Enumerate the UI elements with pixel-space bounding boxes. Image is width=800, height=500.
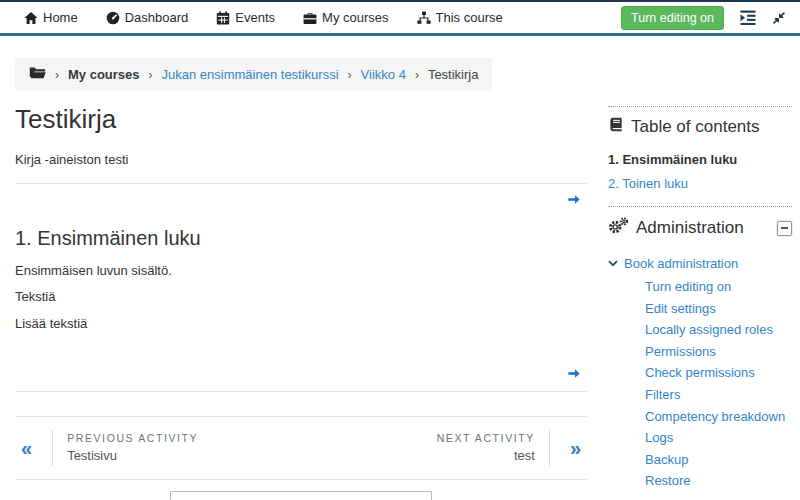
nav-events-label: Events (235, 10, 275, 25)
admin-item-restore[interactable]: Restore (645, 473, 691, 488)
nav-home-label: Home (43, 10, 78, 25)
administration-title: Administration (636, 218, 744, 238)
activity-navigation: « PREVIOUS ACTIVITY Testisivu NEXT ACTIV… (15, 416, 587, 480)
breadcrumb-current: Testikirja (428, 67, 479, 82)
admin-item-competency-breakdown[interactable]: Competency breakdown (645, 409, 785, 424)
toc-header: Table of contents (608, 107, 792, 150)
nav-dashboard[interactable]: Dashboard (92, 10, 203, 25)
briefcase-icon (303, 11, 317, 25)
breadcrumb-separator: › (415, 68, 419, 82)
turn-editing-on-button[interactable]: Turn editing on (621, 6, 724, 30)
admin-item-locally-assigned-roles[interactable]: Locally assigned roles (645, 322, 773, 337)
chapter-nav-bottom (15, 342, 587, 391)
calendar-icon (216, 11, 230, 25)
chevron-down-icon[interactable] (608, 260, 618, 267)
main-content: Testikirja Kirja -aineiston testi 1. Ens… (15, 104, 587, 500)
nav-dashboard-label: Dashboard (125, 10, 189, 25)
admin-item-logs[interactable]: Logs (645, 430, 673, 445)
chapter-paragraph: Lisää tekstiä (15, 316, 587, 332)
book-administration-node[interactable]: Book administration (608, 256, 792, 271)
breadcrumb-separator: › (149, 68, 153, 82)
top-navbar: Home Dashboard Events My courses This co… (0, 0, 800, 36)
nav-this-course-label: This course (436, 10, 503, 25)
nav-home[interactable]: Home (10, 10, 92, 25)
admin-item-edit-settings[interactable]: Edit settings (645, 301, 716, 316)
next-activity-label: NEXT ACTIVITY (437, 432, 535, 444)
breadcrumb-course-link[interactable]: Jukan ensimmäinen testikurssi (162, 67, 339, 82)
divider (549, 430, 550, 466)
book-administration-link[interactable]: Book administration (624, 256, 738, 271)
toc-list: 1. Ensimmäinen luku 2. Toinen luku (608, 152, 792, 191)
toc-item-link[interactable]: 2. Toinen luku (608, 176, 688, 191)
breadcrumb-separator: › (348, 68, 352, 82)
home-icon (24, 11, 38, 25)
previous-activity-link[interactable]: « PREVIOUS ACTIVITY Testisivu (15, 430, 198, 466)
admin-item-permissions[interactable]: Permissions (645, 344, 716, 359)
divider (15, 391, 587, 392)
nav-this-course[interactable]: This course (403, 10, 517, 25)
next-chapter-arrow-icon[interactable] (567, 366, 581, 384)
next-chapter-arrow-icon[interactable] (567, 192, 581, 210)
breadcrumb-section-link[interactable]: Viikko 4 (361, 67, 406, 82)
table-of-contents-block: Table of contents 1. Ensimmäinen luku 2.… (608, 106, 792, 191)
jump-to-select[interactable]: Jump to... ▴▾ (170, 491, 432, 500)
toc-title: Table of contents (631, 117, 760, 137)
administration-list: Turn editing on Edit settings Locally as… (608, 280, 792, 487)
chapter-paragraph: Ensimmäisen luvun sisältö. (15, 263, 587, 279)
folder-icon (29, 66, 46, 83)
next-activity-title[interactable]: test (437, 448, 535, 463)
breadcrumb-my-courses[interactable]: My courses (68, 67, 140, 82)
sitemap-icon (417, 11, 431, 25)
next-activity-link[interactable]: NEXT ACTIVITY test » (437, 430, 587, 466)
chapter-title: 1. Ensimmäinen luku (15, 227, 587, 250)
breadcrumb: › My courses › Jukan ensimmäinen testiku… (15, 58, 492, 91)
page-title: Testikirja (15, 104, 587, 135)
admin-item-turn-editing-on[interactable]: Turn editing on (645, 279, 731, 294)
navbar-right: Turn editing on (621, 6, 790, 30)
admin-item-backup[interactable]: Backup (645, 452, 688, 467)
dashboard-icon (106, 11, 120, 25)
administration-header: Administration (608, 207, 792, 252)
compress-icon[interactable] (772, 11, 786, 25)
toggle-blocks-icon[interactable] (740, 10, 756, 25)
double-chevron-right-icon[interactable]: » (564, 438, 587, 458)
divider (52, 430, 53, 466)
nav-my-courses-label: My courses (322, 10, 388, 25)
admin-item-filters[interactable]: Filters (645, 387, 680, 402)
admin-item-check-permissions[interactable]: Check permissions (645, 365, 755, 380)
sidebar: Table of contents 1. Ensimmäinen luku 2.… (608, 106, 792, 496)
administration-block: Administration Book administration Turn … (608, 206, 792, 487)
book-description: Kirja -aineiston testi (15, 152, 587, 167)
collapse-block-icon[interactable] (777, 221, 792, 236)
nav-events[interactable]: Events (202, 10, 289, 25)
double-chevron-left-icon[interactable]: « (15, 438, 38, 458)
chapter-nav-top (15, 184, 587, 217)
chapter-text: Ensimmäisen luvun sisältö. Tekstiä Lisää… (15, 263, 587, 332)
previous-activity-title[interactable]: Testisivu (67, 448, 198, 463)
breadcrumb-separator: › (55, 68, 59, 82)
nav-my-courses[interactable]: My courses (289, 10, 402, 25)
book-icon (608, 117, 624, 137)
gears-icon (608, 217, 629, 239)
toc-item-current: 1. Ensimmäinen luku (608, 152, 792, 167)
previous-activity-label: PREVIOUS ACTIVITY (67, 432, 198, 444)
chapter-paragraph: Tekstiä (15, 289, 587, 305)
